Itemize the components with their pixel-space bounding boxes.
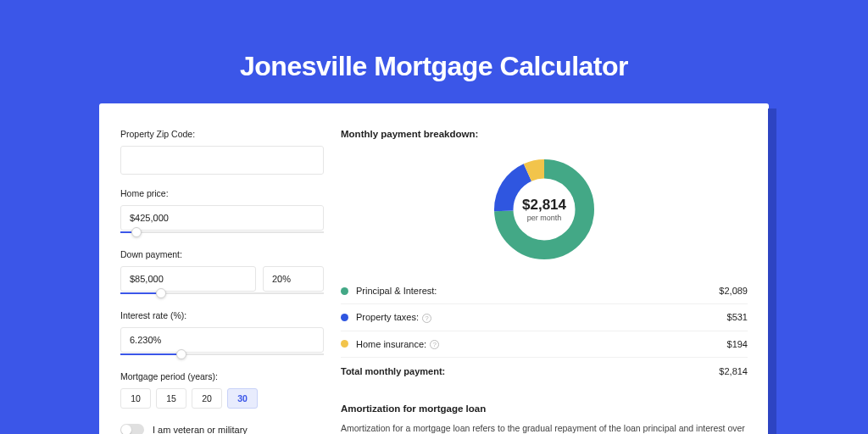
home-price-input[interactable] [120, 205, 324, 231]
home-price-slider[interactable] [120, 229, 324, 236]
down-payment-amount-input[interactable] [120, 266, 256, 292]
breakdown-row: Home insurance:?$194 [341, 331, 748, 358]
breakdown-label: Home insurance:? [356, 339, 727, 350]
down-payment-pct-input[interactable] [263, 266, 324, 292]
period-label: Mortgage period (years): [120, 371, 324, 381]
breakdown-title: Monthly payment breakdown: [341, 129, 748, 139]
amortization-body: Amortization for a mortgage loan refers … [341, 422, 748, 434]
breakdown-label: Principal & Interest: [356, 286, 719, 296]
info-icon[interactable]: ? [430, 340, 439, 349]
slider-thumb[interactable] [156, 288, 166, 298]
veteran-toggle[interactable] [120, 424, 144, 434]
interest-rate-slider[interactable] [120, 351, 324, 358]
veteran-row: I am veteran or military [120, 424, 324, 434]
total-label: Total monthly payment: [341, 366, 719, 376]
breakdown-value: $531 [727, 312, 748, 322]
breakdown-value: $194 [727, 339, 748, 349]
down-payment-label: Down payment: [120, 249, 324, 259]
total-value: $2,814 [719, 366, 748, 376]
period-group: Mortgage period (years): 10152030 [120, 371, 324, 409]
donut-center-value: $2,814 [522, 197, 566, 214]
breakdown-row: Principal & Interest:$2,089 [341, 278, 748, 303]
period-option-10[interactable]: 10 [120, 388, 151, 409]
breakdown-column: Monthly payment breakdown: $2,814 per mo… [341, 129, 748, 434]
period-option-30[interactable]: 30 [227, 388, 258, 409]
info-icon[interactable]: ? [422, 314, 431, 323]
legend-dot [341, 340, 348, 348]
interest-rate-group: Interest rate (%): [120, 310, 324, 358]
zip-group: Property Zip Code: [120, 129, 324, 175]
form-column: Property Zip Code: Home price: Down paym… [120, 129, 324, 434]
amortization-section: Amortization for mortgage loan Amortizat… [341, 403, 748, 434]
slider-thumb[interactable] [131, 227, 142, 237]
breakdown-label: Property taxes:? [356, 312, 727, 323]
veteran-label: I am veteran or military [153, 425, 248, 434]
home-price-group: Home price: [120, 188, 324, 236]
amortization-title: Amortization for mortgage loan [341, 403, 748, 414]
decorative-shadow [768, 108, 776, 434]
legend-dot [341, 287, 348, 295]
breakdown-row: Property taxes:?$531 [341, 303, 748, 331]
page-title: Jonesville Mortgage Calculator [0, 0, 868, 103]
period-option-15[interactable]: 15 [156, 388, 186, 409]
interest-rate-input[interactable] [120, 327, 324, 353]
breakdown-list: Principal & Interest:$2,089Property taxe… [341, 278, 748, 357]
zip-label: Property Zip Code: [120, 129, 324, 139]
donut-chart: $2,814 per month [341, 149, 748, 278]
down-payment-slider[interactable] [120, 290, 324, 297]
home-price-label: Home price: [120, 188, 324, 198]
legend-dot [341, 314, 348, 321]
calculator-card: Property Zip Code: Home price: Down paym… [99, 103, 769, 434]
period-option-20[interactable]: 20 [192, 388, 222, 409]
period-options: 10152030 [120, 388, 324, 409]
interest-rate-label: Interest rate (%): [120, 310, 324, 320]
slider-thumb[interactable] [176, 349, 186, 359]
down-payment-group: Down payment: [120, 249, 324, 297]
breakdown-value: $2,089 [719, 286, 748, 296]
zip-input[interactable] [120, 146, 324, 175]
donut-center-sub: per month [527, 214, 562, 222]
